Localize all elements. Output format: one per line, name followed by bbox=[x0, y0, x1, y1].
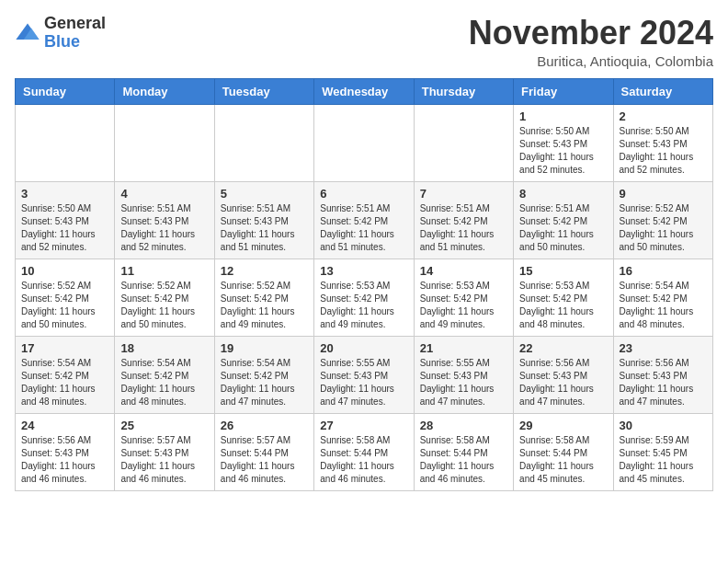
day-info: Sunrise: 5:57 AM Sunset: 5:44 PM Dayligh… bbox=[221, 434, 308, 486]
day-number: 16 bbox=[620, 264, 707, 278]
day-cell: 4Sunrise: 5:51 AM Sunset: 5:43 PM Daylig… bbox=[115, 181, 214, 259]
col-saturday: Saturday bbox=[613, 78, 712, 104]
day-number: 19 bbox=[221, 341, 308, 355]
day-number: 12 bbox=[221, 264, 308, 278]
day-info: Sunrise: 5:58 AM Sunset: 5:44 PM Dayligh… bbox=[420, 434, 507, 486]
day-cell: 7Sunrise: 5:51 AM Sunset: 5:42 PM Daylig… bbox=[414, 181, 513, 259]
week-row-1: 1Sunrise: 5:50 AM Sunset: 5:43 PM Daylig… bbox=[16, 104, 713, 181]
day-info: Sunrise: 5:52 AM Sunset: 5:42 PM Dayligh… bbox=[120, 280, 208, 331]
day-cell: 14Sunrise: 5:53 AM Sunset: 5:42 PM Dayli… bbox=[414, 259, 513, 336]
day-number: 25 bbox=[120, 419, 208, 432]
day-info: Sunrise: 5:51 AM Sunset: 5:43 PM Dayligh… bbox=[120, 202, 208, 254]
day-info: Sunrise: 5:58 AM Sunset: 5:44 PM Dayligh… bbox=[519, 434, 607, 486]
day-cell: 20Sunrise: 5:55 AM Sunset: 5:43 PM Dayli… bbox=[314, 336, 414, 413]
day-cell: 6Sunrise: 5:51 AM Sunset: 5:42 PM Daylig… bbox=[314, 181, 414, 259]
day-info: Sunrise: 5:55 AM Sunset: 5:43 PM Dayligh… bbox=[420, 357, 507, 408]
day-number: 3 bbox=[21, 187, 108, 201]
day-number: 20 bbox=[320, 341, 407, 355]
day-cell: 10Sunrise: 5:52 AM Sunset: 5:42 PM Dayli… bbox=[16, 259, 115, 336]
day-info: Sunrise: 5:52 AM Sunset: 5:42 PM Dayligh… bbox=[221, 280, 308, 331]
day-info: Sunrise: 5:54 AM Sunset: 5:42 PM Dayligh… bbox=[21, 357, 108, 408]
day-info: Sunrise: 5:51 AM Sunset: 5:42 PM Dayligh… bbox=[320, 202, 407, 254]
title-block: November 2024 Buritica, Antioquia, Colom… bbox=[469, 15, 713, 69]
day-info: Sunrise: 5:54 AM Sunset: 5:42 PM Dayligh… bbox=[221, 357, 308, 408]
col-friday: Friday bbox=[514, 78, 613, 104]
day-info: Sunrise: 5:54 AM Sunset: 5:42 PM Dayligh… bbox=[120, 357, 208, 408]
day-cell: 2Sunrise: 5:50 AM Sunset: 5:43 PM Daylig… bbox=[613, 104, 712, 181]
col-tuesday: Tuesday bbox=[214, 78, 313, 104]
day-cell: 30Sunrise: 5:59 AM Sunset: 5:45 PM Dayli… bbox=[613, 413, 712, 490]
page: General Blue November 2024 Buritica, Ant… bbox=[0, 0, 728, 506]
day-cell: 26Sunrise: 5:57 AM Sunset: 5:44 PM Dayli… bbox=[214, 413, 313, 490]
day-cell: 15Sunrise: 5:53 AM Sunset: 5:42 PM Dayli… bbox=[514, 259, 613, 336]
day-info: Sunrise: 5:52 AM Sunset: 5:42 PM Dayligh… bbox=[21, 280, 108, 331]
day-info: Sunrise: 5:50 AM Sunset: 5:43 PM Dayligh… bbox=[620, 125, 707, 177]
day-info: Sunrise: 5:51 AM Sunset: 5:42 PM Dayligh… bbox=[420, 202, 507, 254]
day-cell: 17Sunrise: 5:54 AM Sunset: 5:42 PM Dayli… bbox=[16, 336, 115, 413]
day-cell bbox=[414, 104, 513, 181]
day-cell: 25Sunrise: 5:57 AM Sunset: 5:43 PM Dayli… bbox=[115, 413, 214, 490]
day-cell: 9Sunrise: 5:52 AM Sunset: 5:42 PM Daylig… bbox=[613, 181, 712, 259]
day-number: 27 bbox=[320, 419, 407, 432]
day-number: 29 bbox=[519, 419, 607, 432]
day-number: 24 bbox=[21, 419, 108, 432]
month-title: November 2024 bbox=[469, 15, 713, 52]
col-thursday: Thursday bbox=[414, 78, 513, 104]
calendar-body: 1Sunrise: 5:50 AM Sunset: 5:43 PM Daylig… bbox=[16, 104, 713, 490]
day-cell: 29Sunrise: 5:58 AM Sunset: 5:44 PM Dayli… bbox=[514, 413, 613, 490]
col-sunday: Sunday bbox=[16, 78, 115, 104]
day-number: 5 bbox=[221, 187, 308, 201]
day-info: Sunrise: 5:54 AM Sunset: 5:42 PM Dayligh… bbox=[620, 280, 707, 331]
day-cell: 24Sunrise: 5:56 AM Sunset: 5:43 PM Dayli… bbox=[16, 413, 115, 490]
day-info: Sunrise: 5:59 AM Sunset: 5:45 PM Dayligh… bbox=[620, 434, 707, 486]
day-number: 14 bbox=[420, 264, 507, 278]
logo: General Blue bbox=[15, 15, 106, 52]
day-cell bbox=[115, 104, 214, 181]
day-cell: 11Sunrise: 5:52 AM Sunset: 5:42 PM Dayli… bbox=[115, 259, 214, 336]
day-number: 22 bbox=[519, 341, 607, 355]
day-info: Sunrise: 5:53 AM Sunset: 5:42 PM Dayligh… bbox=[320, 280, 407, 331]
logo-icon bbox=[15, 20, 40, 46]
day-number: 21 bbox=[420, 341, 507, 355]
day-info: Sunrise: 5:50 AM Sunset: 5:43 PM Dayligh… bbox=[21, 202, 108, 254]
logo-general: General bbox=[44, 15, 106, 33]
day-info: Sunrise: 5:53 AM Sunset: 5:42 PM Dayligh… bbox=[519, 280, 607, 331]
week-row-3: 10Sunrise: 5:52 AM Sunset: 5:42 PM Dayli… bbox=[16, 259, 713, 336]
day-cell: 8Sunrise: 5:51 AM Sunset: 5:42 PM Daylig… bbox=[514, 181, 613, 259]
day-number: 17 bbox=[21, 341, 108, 355]
day-cell: 1Sunrise: 5:50 AM Sunset: 5:43 PM Daylig… bbox=[514, 104, 613, 181]
day-number: 11 bbox=[120, 264, 208, 278]
day-cell: 21Sunrise: 5:55 AM Sunset: 5:43 PM Dayli… bbox=[414, 336, 513, 413]
day-cell: 19Sunrise: 5:54 AM Sunset: 5:42 PM Dayli… bbox=[214, 336, 313, 413]
day-info: Sunrise: 5:56 AM Sunset: 5:43 PM Dayligh… bbox=[21, 434, 108, 486]
header-row: Sunday Monday Tuesday Wednesday Thursday… bbox=[16, 78, 713, 104]
day-number: 9 bbox=[620, 187, 707, 201]
day-number: 23 bbox=[620, 341, 707, 355]
day-cell bbox=[314, 104, 414, 181]
day-cell: 13Sunrise: 5:53 AM Sunset: 5:42 PM Dayli… bbox=[314, 259, 414, 336]
header: General Blue November 2024 Buritica, Ant… bbox=[15, 15, 713, 69]
day-info: Sunrise: 5:58 AM Sunset: 5:44 PM Dayligh… bbox=[320, 434, 407, 486]
day-number: 4 bbox=[120, 187, 208, 201]
day-number: 10 bbox=[21, 264, 108, 278]
day-cell: 22Sunrise: 5:56 AM Sunset: 5:43 PM Dayli… bbox=[514, 336, 613, 413]
day-cell: 12Sunrise: 5:52 AM Sunset: 5:42 PM Dayli… bbox=[214, 259, 313, 336]
day-number: 1 bbox=[519, 109, 607, 123]
logo-blue: Blue bbox=[44, 33, 106, 52]
day-number: 7 bbox=[420, 187, 507, 201]
day-number: 6 bbox=[320, 187, 407, 201]
day-number: 18 bbox=[120, 341, 208, 355]
day-number: 15 bbox=[519, 264, 607, 278]
day-number: 2 bbox=[620, 109, 707, 123]
day-cell bbox=[214, 104, 313, 181]
week-row-2: 3Sunrise: 5:50 AM Sunset: 5:43 PM Daylig… bbox=[16, 181, 713, 259]
day-info: Sunrise: 5:53 AM Sunset: 5:42 PM Dayligh… bbox=[420, 280, 507, 331]
calendar-table: Sunday Monday Tuesday Wednesday Thursday… bbox=[15, 78, 713, 491]
col-wednesday: Wednesday bbox=[314, 78, 414, 104]
day-cell: 16Sunrise: 5:54 AM Sunset: 5:42 PM Dayli… bbox=[613, 259, 712, 336]
day-info: Sunrise: 5:51 AM Sunset: 5:43 PM Dayligh… bbox=[221, 202, 308, 254]
day-number: 28 bbox=[420, 419, 507, 432]
day-cell: 27Sunrise: 5:58 AM Sunset: 5:44 PM Dayli… bbox=[314, 413, 414, 490]
day-cell: 5Sunrise: 5:51 AM Sunset: 5:43 PM Daylig… bbox=[214, 181, 313, 259]
day-cell bbox=[16, 104, 115, 181]
